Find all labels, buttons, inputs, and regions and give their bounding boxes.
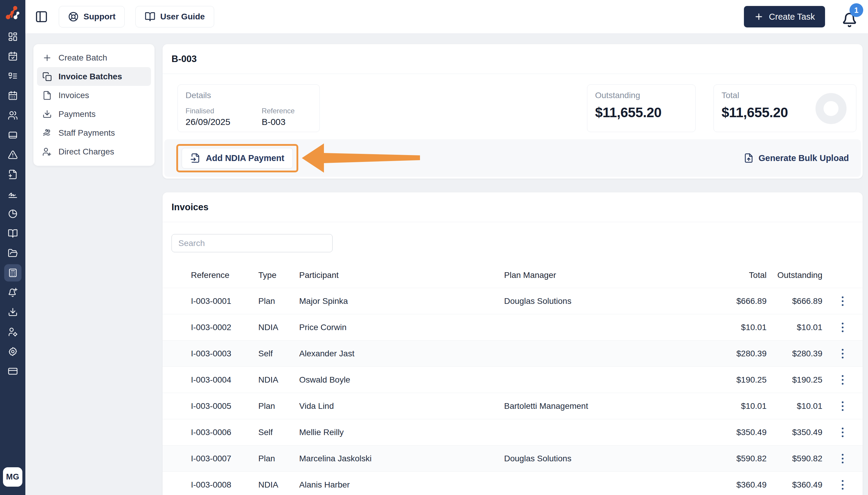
nav-label: Staff Payments	[58, 128, 115, 138]
download-icon	[42, 109, 52, 119]
cell-plan-manager: Bartoletti Management	[504, 402, 711, 411]
nav-item-staff-payments[interactable]: Staff Payments	[37, 123, 151, 142]
nav-item-payments[interactable]: Payments	[37, 105, 151, 123]
row-actions-menu-button[interactable]	[838, 320, 848, 335]
user-gear-icon[interactable]	[4, 323, 21, 341]
app-window: MG Support User Guide Create Task 1	[0, 0, 868, 495]
cell-participant: Alanis Harber	[299, 480, 504, 490]
molecule-logo-icon	[4, 5, 21, 22]
notifications-button[interactable]: 1	[842, 5, 861, 28]
support-button[interactable]: Support	[59, 6, 125, 28]
cell-total: $350.49	[711, 428, 767, 437]
cell-total: $360.49	[711, 480, 767, 490]
col-header-reference: Reference	[191, 271, 258, 280]
cell-type: Self	[258, 428, 299, 437]
user-plus-icon	[42, 147, 52, 156]
generate-bulk-upload-label: Generate Bulk Upload	[759, 153, 849, 163]
table-row[interactable]: I-003-0003 Self Alexander Jast $280.39 $…	[163, 340, 863, 366]
nav-item-invoice-batches[interactable]: Invoice Batches	[37, 67, 151, 86]
col-header-participant: Participant	[299, 271, 504, 280]
nav-item-create-batch[interactable]: Create Batch	[37, 48, 151, 67]
bell-plus-icon[interactable]	[4, 284, 21, 301]
hand-coins-icon	[42, 128, 52, 138]
row-actions-menu-button[interactable]	[838, 398, 848, 414]
reference-label: Reference	[261, 107, 295, 115]
plus-icon	[42, 53, 52, 63]
cell-type: Self	[258, 349, 299, 358]
user-guide-button[interactable]: User Guide	[135, 6, 214, 28]
settings-gear-icon[interactable]	[4, 343, 21, 360]
row-actions-menu-button[interactable]	[838, 346, 848, 361]
row-actions-menu-button[interactable]	[838, 451, 848, 466]
cell-total: $280.39	[711, 349, 767, 358]
user-avatar[interactable]: MG	[3, 467, 22, 487]
dashboard-icon[interactable]	[4, 28, 21, 45]
table-row[interactable]: I-003-0007 Plan Marcelina Jaskolski Doug…	[163, 445, 863, 472]
row-actions-menu-button[interactable]	[838, 372, 848, 388]
cell-outstanding: $10.01	[767, 402, 822, 411]
cell-reference: I-003-0006	[191, 428, 258, 437]
row-actions-menu-button[interactable]	[838, 477, 848, 493]
book-open-icon	[145, 11, 155, 22]
top-bar: Support User Guide Create Task 1	[25, 0, 868, 34]
book-open-icon[interactable]	[4, 225, 21, 242]
brand-logo	[0, 0, 25, 27]
col-header-outstanding: Outstanding	[767, 271, 822, 280]
cell-participant: Price Corwin	[299, 323, 504, 332]
cell-type: NDIA	[258, 375, 299, 385]
annotation-highlight-box: Add NDIA Payment	[176, 144, 298, 172]
table-row[interactable]: I-003-0002 NDIA Price Corwin $10.01 $10.…	[163, 314, 863, 340]
add-ndia-payment-button[interactable]: Add NDIA Payment	[182, 148, 293, 169]
cell-plan-manager: Douglas Solutions	[504, 454, 711, 463]
cell-outstanding: $10.01	[767, 323, 822, 332]
file-input-icon	[190, 153, 201, 163]
cell-reference: I-003-0005	[191, 402, 258, 411]
row-actions-menu-button[interactable]	[838, 293, 848, 309]
file-plus-icon[interactable]	[4, 166, 21, 183]
table-header-row: Reference Type Participant Plan Manager …	[163, 262, 863, 288]
invoices-rail-icon[interactable]	[4, 264, 21, 281]
cell-outstanding: $666.89	[767, 296, 822, 306]
chart-pie-icon[interactable]	[4, 205, 21, 222]
file-up-icon	[744, 153, 754, 163]
credit-card-icon[interactable]	[4, 363, 21, 380]
table-row[interactable]: I-003-0006 Self Mellie Reilly $350.49 $3…	[163, 419, 863, 445]
finalised-label: Finalised	[186, 107, 230, 115]
batch-card-header: B-003	[163, 44, 863, 74]
generate-bulk-upload-button[interactable]: Generate Bulk Upload	[744, 153, 849, 163]
search-input[interactable]	[171, 234, 333, 252]
cell-outstanding: $590.82	[767, 454, 822, 463]
folder-open-icon[interactable]	[4, 244, 21, 262]
row-actions-menu-button[interactable]	[838, 425, 848, 440]
table-row[interactable]: I-003-0001 Plan Major Spinka Douglas Sol…	[163, 288, 863, 314]
alert-triangle-icon[interactable]	[4, 146, 21, 164]
total-stat-card: Total $11,655.20	[714, 84, 856, 132]
outstanding-stat-card: Outstanding $11,655.20	[587, 84, 696, 132]
plus-icon	[754, 12, 764, 21]
cell-participant: Alexander Jast	[299, 349, 504, 358]
signature-icon[interactable]	[4, 186, 21, 203]
calendar-icon[interactable]	[4, 87, 21, 104]
donut-chart-placeholder	[816, 93, 847, 124]
cell-type: Plan	[258, 296, 299, 306]
table-row[interactable]: I-003-0008 NDIA Alanis Harber $360.49 $3…	[163, 472, 863, 495]
cell-total: $590.82	[711, 454, 767, 463]
sidebar-toggle-button[interactable]	[35, 10, 48, 23]
notebook-icon[interactable]	[4, 126, 21, 144]
create-task-button[interactable]: Create Task	[744, 6, 825, 28]
cell-type: NDIA	[258, 480, 299, 490]
nav-item-invoices[interactable]: Invoices	[37, 86, 151, 105]
cell-total: $666.89	[711, 296, 767, 306]
users-icon[interactable]	[4, 107, 21, 124]
nav-item-direct-charges[interactable]: Direct Charges	[37, 142, 151, 161]
table-row[interactable]: I-003-0004 NDIA Oswald Boyle $190.25 $19…	[163, 366, 863, 393]
lifebuoy-icon	[68, 11, 79, 22]
calendar-check-icon[interactable]	[4, 48, 21, 65]
list-todo-icon[interactable]	[4, 67, 21, 85]
download-icon[interactable]	[4, 304, 21, 321]
cell-type: NDIA	[258, 323, 299, 332]
cell-participant: Marcelina Jaskolski	[299, 454, 504, 463]
batch-actions-bar: Add NDIA Payment Generate Bulk Upload	[164, 139, 861, 177]
cell-plan-manager: Douglas Solutions	[504, 296, 711, 306]
table-row[interactable]: I-003-0005 Plan Vida Lind Bartoletti Man…	[163, 393, 863, 419]
